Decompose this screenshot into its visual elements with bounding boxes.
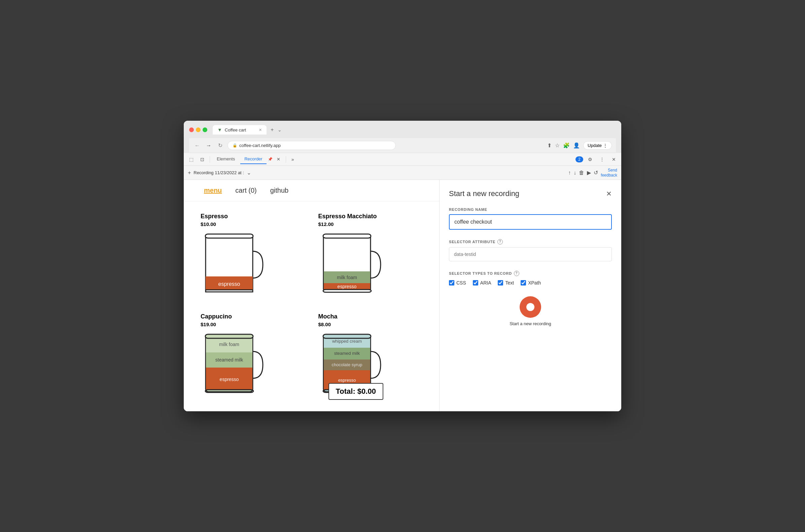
panel-close-button[interactable]: ✕ (606, 190, 612, 198)
coffee-grid: Espresso $10.00 espresso (184, 202, 439, 411)
replay-recording-icon[interactable]: ↺ (594, 170, 598, 176)
active-tab[interactable]: ▼ Coffee cart ✕ (213, 125, 267, 134)
minimize-traffic-light[interactable] (196, 128, 201, 132)
aria-label: ARIA (480, 280, 491, 285)
recording-name-input[interactable] (449, 214, 612, 230)
update-label: Update (588, 143, 602, 148)
selector-attribute-input[interactable] (449, 247, 612, 261)
add-recording-icon[interactable]: + (188, 170, 191, 176)
panel-title: Start a new recording (449, 189, 519, 198)
separator-2 (286, 156, 286, 163)
more-tabs-icon[interactable]: » (289, 155, 297, 164)
upload-recording-icon[interactable]: ↑ (568, 170, 571, 176)
checkbox-text[interactable]: Text (498, 280, 514, 285)
svg-text:espresso: espresso (338, 378, 356, 383)
panel-header: Start a new recording ✕ (449, 189, 612, 198)
play-recording-icon[interactable]: ▶ (587, 170, 591, 176)
coffee-name-espresso: Espresso (201, 213, 305, 220)
svg-rect-33 (323, 334, 371, 338)
selector-types-label: SELECTOR TYPES TO RECORD ? (449, 271, 612, 276)
update-chevron: ⋮ (603, 143, 607, 148)
coffee-price-macchiato: $12.00 (318, 221, 423, 227)
coffee-item-macchiato[interactable]: Espresso Macchiato $12.00 milk foam (315, 209, 426, 303)
selector-attribute-help-icon[interactable]: ? (497, 239, 503, 245)
send-feedback-link[interactable]: Sendfeedback (601, 168, 617, 177)
extensions-icon[interactable]: 🧩 (563, 142, 570, 149)
css-checkbox[interactable] (449, 280, 454, 285)
maximize-traffic-light[interactable] (203, 128, 207, 132)
pin-icon: 📌 (268, 157, 273, 162)
tab-title: Coffee cart (225, 128, 246, 133)
aria-checkbox[interactable] (473, 280, 478, 285)
checkbox-xpath[interactable]: XPath (520, 280, 541, 285)
coffee-item-mocha[interactable]: Mocha $8.00 (315, 310, 426, 403)
address-text: coffee-cart.netlify.app (239, 143, 281, 148)
download-recording-icon[interactable]: ↓ (573, 170, 576, 176)
share-icon[interactable]: ⬆ (547, 142, 552, 149)
svg-text:milk foam: milk foam (337, 275, 357, 280)
xpath-label: XPath (528, 280, 541, 285)
tab-bar: ▼ Coffee cart ✕ + ⌄ (213, 125, 282, 135)
nav-menu[interactable]: menu (204, 187, 222, 194)
tab-chevron[interactable]: ⌄ (278, 127, 282, 133)
text-label: Text (505, 280, 514, 285)
tab-elements[interactable]: Elements (213, 154, 239, 164)
xpath-checkbox[interactable] (520, 280, 526, 285)
svg-text:espresso: espresso (218, 281, 240, 287)
devtools-tab-bar: ⬚ ⊡ Elements Recorder 📌 ✕ » 2 ⚙ ⋮ ✕ (184, 153, 621, 166)
forward-button[interactable]: → (205, 142, 213, 149)
lock-icon: 🔒 (233, 143, 237, 148)
checkboxes-row: CSS ARIA Text XPath (449, 280, 612, 285)
svg-rect-9 (323, 290, 371, 292)
coffee-cup-cappucino: milk foam steamed milk espresso (201, 331, 264, 399)
selector-types-section: SELECTOR TYPES TO RECORD ? CSS ARIA (449, 271, 612, 285)
start-recording-button[interactable] (519, 296, 541, 318)
text-checkbox[interactable] (498, 280, 503, 285)
new-tab-button[interactable]: + (267, 125, 277, 135)
browser-window: ▼ Coffee cart ✕ + ⌄ ← → ↻ 🔒 coffee-cart.… (184, 121, 621, 411)
coffee-item-cappucino[interactable]: Cappucino $19.00 milk fo (197, 310, 308, 403)
coffee-item-espresso[interactable]: Espresso $10.00 espresso (197, 209, 308, 303)
tab-favicon: ▼ (217, 127, 222, 133)
update-button[interactable]: Update ⋮ (583, 141, 612, 150)
svg-rect-13 (323, 234, 371, 238)
svg-text:espresso: espresso (337, 284, 356, 289)
close-recorder-icon[interactable]: ✕ (274, 155, 283, 163)
delete-recording-icon[interactable]: 🗑 (579, 170, 584, 176)
nav-github[interactable]: github (270, 187, 289, 194)
svg-text:steamed milk: steamed milk (215, 357, 243, 362)
coffee-name-mocha: Mocha (318, 313, 423, 320)
website-content: menu cart (0) github Espresso $10.00 (184, 180, 440, 411)
close-devtools-icon[interactable]: ✕ (609, 155, 619, 164)
title-bar: ▼ Coffee cart ✕ + ⌄ ← → ↻ 🔒 coffee-cart.… (184, 121, 621, 153)
responsive-tool-icon[interactable]: ⊡ (198, 155, 207, 164)
traffic-lights (189, 128, 207, 132)
settings-icon[interactable]: ⚙ (585, 155, 595, 164)
title-bar-top: ▼ Coffee cart ✕ + ⌄ (189, 125, 616, 135)
address-input[interactable]: 🔒 coffee-cart.netlify.app (227, 141, 396, 150)
devtools-right-actions: 2 ⚙ ⋮ ✕ (575, 155, 619, 164)
recording-name-label: RECORDING NAME (449, 208, 612, 211)
coffee-price-mocha: $8.00 (318, 322, 423, 327)
tab-close-icon[interactable]: ✕ (259, 128, 262, 132)
recording-actions: ↑ ↓ 🗑 ▶ ↺ Sendfeedback (568, 168, 617, 177)
close-traffic-light[interactable] (189, 128, 194, 132)
profile-icon[interactable]: 👤 (573, 142, 580, 149)
address-bar: ← → ↻ 🔒 coffee-cart.netlify.app ⬆ ☆ 🧩 👤 … (189, 138, 616, 153)
cursor-tool-icon[interactable]: ⬚ (186, 155, 196, 164)
svg-rect-5 (205, 234, 253, 238)
site-nav: menu cart (0) github (184, 180, 439, 202)
separator-1 (210, 156, 210, 163)
refresh-button[interactable]: ↻ (216, 142, 224, 149)
back-button[interactable]: ← (193, 142, 201, 149)
selector-types-help-icon[interactable]: ? (514, 271, 519, 276)
start-recording-label: Start a new recording (510, 321, 551, 326)
checkbox-css[interactable]: CSS (449, 280, 466, 285)
expand-recording-icon[interactable]: ⌄ (247, 170, 251, 176)
record-dot-icon (526, 303, 534, 311)
bookmark-icon[interactable]: ☆ (555, 142, 560, 149)
tab-recorder[interactable]: Recorder (240, 154, 266, 164)
nav-cart[interactable]: cart (0) (235, 187, 256, 194)
checkbox-aria[interactable]: ARIA (473, 280, 491, 285)
more-options-icon[interactable]: ⋮ (597, 155, 607, 164)
